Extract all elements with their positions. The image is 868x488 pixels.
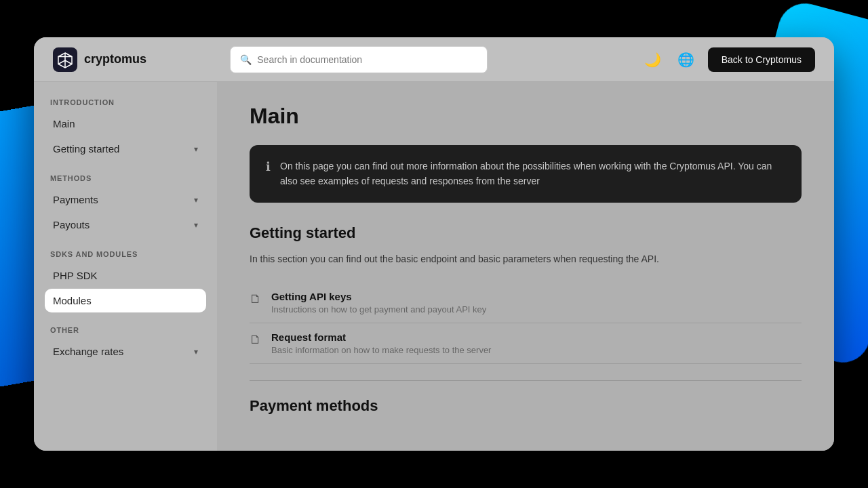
info-box: ℹ On this page you can find out more inf… bbox=[250, 145, 802, 203]
sidebar-item-main[interactable]: Main bbox=[45, 112, 206, 136]
sidebar-section-other: OTHER bbox=[45, 326, 206, 334]
doc-item-getting-api-keys-title: Getting API keys bbox=[271, 291, 486, 302]
getting-started-desc: In this section you can find out the bas… bbox=[250, 251, 802, 266]
info-box-text: On this page you can find out more infor… bbox=[280, 159, 785, 189]
sidebar: INTRODUCTION Main Getting started ▾ METH… bbox=[34, 82, 217, 451]
document-icon: 🗋 bbox=[250, 333, 262, 347]
search-input[interactable] bbox=[257, 54, 477, 65]
main-window: cryptomus 🔍 🌙 🌐 Back to Cryptomus INTROD… bbox=[34, 37, 834, 451]
sidebar-section-introduction: INTRODUCTION bbox=[45, 98, 206, 106]
chevron-down-icon: ▾ bbox=[194, 220, 198, 230]
sidebar-item-modules-label: Modules bbox=[53, 295, 92, 306]
header: cryptomus 🔍 🌙 🌐 Back to Cryptomus bbox=[34, 37, 834, 82]
doc-item-getting-api-keys[interactable]: 🗋 Getting API keys Instructions on how t… bbox=[250, 283, 802, 323]
doc-item-getting-api-keys-desc: Instructions on how to get payment and p… bbox=[271, 304, 486, 314]
chevron-down-icon: ▾ bbox=[194, 195, 198, 205]
page-title: Main bbox=[250, 104, 802, 129]
info-icon: ℹ bbox=[266, 159, 271, 189]
theme-toggle-button[interactable]: 🌙 bbox=[642, 49, 664, 70]
header-actions: 🌙 🌐 Back to Cryptomus bbox=[642, 47, 815, 72]
globe-icon: 🌐 bbox=[677, 52, 694, 68]
logo-text: cryptomus bbox=[84, 52, 146, 66]
sidebar-section-sdks: SDKS AND MODULES bbox=[45, 250, 206, 258]
sidebar-item-payments-label: Payments bbox=[53, 194, 98, 205]
doc-item-getting-api-keys-content: Getting API keys Instructions on how to … bbox=[271, 291, 486, 314]
logo-icon bbox=[53, 47, 77, 72]
doc-item-request-format-title: Request format bbox=[271, 331, 491, 343]
doc-item-request-format-desc: Basic information on how to make request… bbox=[271, 345, 491, 355]
sidebar-item-payments[interactable]: Payments ▾ bbox=[45, 188, 206, 211]
sidebar-item-php-sdk[interactable]: PHP SDK bbox=[45, 264, 206, 287]
getting-started-title: Getting started bbox=[250, 224, 802, 242]
logo[interactable]: cryptomus bbox=[53, 47, 146, 72]
document-icon: 🗋 bbox=[250, 292, 262, 306]
sidebar-item-payouts[interactable]: Payouts ▾ bbox=[45, 213, 206, 237]
sidebar-item-getting-started[interactable]: Getting started ▾ bbox=[45, 137, 206, 161]
payment-methods-title: Payment methods bbox=[250, 397, 802, 415]
chevron-down-icon: ▾ bbox=[194, 347, 198, 357]
doc-item-request-format[interactable]: 🗋 Request format Basic information on ho… bbox=[250, 323, 802, 364]
main-content: Main ℹ On this page you can find out mor… bbox=[217, 82, 834, 451]
sidebar-item-getting-started-label: Getting started bbox=[53, 143, 119, 155]
doc-item-request-format-content: Request format Basic information on how … bbox=[271, 331, 491, 355]
back-to-cryptomus-button[interactable]: Back to Cryptomus bbox=[708, 47, 815, 72]
language-button[interactable]: 🌐 bbox=[675, 49, 697, 70]
sidebar-item-exchange-rates[interactable]: Exchange rates ▾ bbox=[45, 340, 206, 363]
body: INTRODUCTION Main Getting started ▾ METH… bbox=[34, 82, 834, 451]
sidebar-item-main-label: Main bbox=[53, 118, 75, 129]
search-icon: 🔍 bbox=[240, 54, 252, 65]
content-divider bbox=[250, 380, 802, 381]
sidebar-item-php-sdk-label: PHP SDK bbox=[53, 270, 98, 281]
search-bar[interactable]: 🔍 bbox=[230, 46, 488, 73]
sidebar-item-exchange-rates-label: Exchange rates bbox=[53, 346, 123, 357]
sidebar-item-payouts-label: Payouts bbox=[53, 219, 90, 230]
sidebar-item-modules[interactable]: Modules bbox=[45, 289, 206, 312]
sidebar-section-methods: METHODS bbox=[45, 174, 206, 182]
moon-icon: 🌙 bbox=[644, 52, 661, 68]
chevron-down-icon: ▾ bbox=[194, 144, 198, 154]
